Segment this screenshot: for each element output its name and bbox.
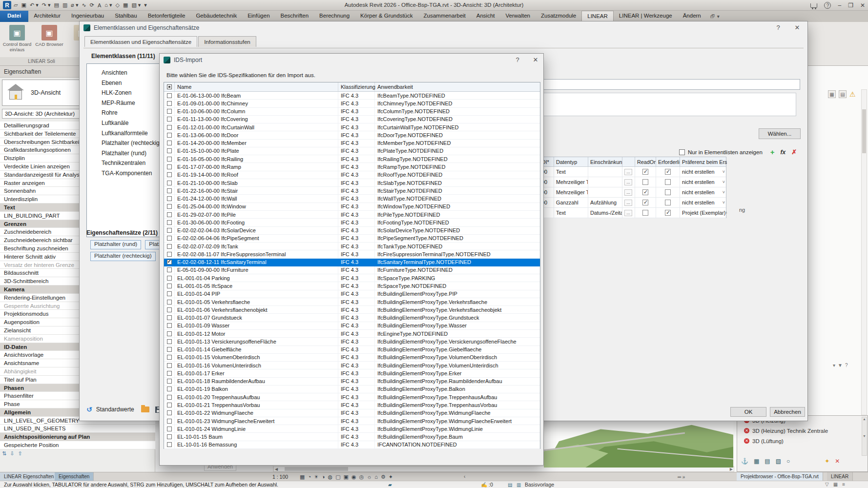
qat-icon[interactable]: ▾ [144,2,147,8]
row-checkbox[interactable] [167,442,172,447]
ribbon-tab[interactable]: Verwalten [500,11,536,22]
row-checkbox[interactable] [167,188,172,193]
chevron-down-icon[interactable]: ˅ [723,180,725,184]
qat-icon[interactable]: ▱ [14,2,18,8]
table-row[interactable]: EL-010-01-18 RaumbildenderAufbau IFC 4.3… [164,378,540,386]
dialog-help-button[interactable]: ? [773,24,783,31]
row-checkbox[interactable] [167,228,172,233]
ribbon-tab[interactable]: LINEAR | Werkzeuge [614,11,678,22]
chevron-down-icon[interactable]: ˅ [723,200,725,205]
table-row[interactable]: E-05-01-09-00-00 IfcFurniture IFC 4.3 If… [164,266,540,274]
row-checkbox[interactable] [167,331,172,336]
viewport-list-icon[interactable]: ▤ [839,90,847,98]
table-row[interactable]: E-01-19-14-00-00 IfcRoof IFC 4.3 IfcRoof… [164,171,540,179]
row-checkbox[interactable] [167,307,172,312]
ribbon-tab[interactable]: Zusammenarbeit [418,11,471,22]
view-control-icon[interactable]: ⚙ [381,474,386,480]
qat-icon[interactable]: ⌀ ▾ [71,2,78,8]
worksets-icon[interactable]: ▤ [508,482,512,488]
row-checkbox[interactable] [167,236,172,241]
row-checkbox[interactable] [167,101,172,106]
open-folder-icon[interactable] [141,407,149,412]
required-checkbox[interactable] [665,210,671,216]
table-row[interactable]: EL-010-01-24 WidmungLinie IFC 4.3 IfcBui… [164,425,540,433]
row-checkbox[interactable] [167,410,172,415]
sort-az-icon[interactable]: ⇅ [2,450,6,457]
table-row[interactable]: E-01-17-07-00-00 IfcRamp IFC 4.3 IfcRamp… [164,163,540,171]
column-name[interactable]: Name [175,82,338,91]
layers-icon[interactable]: ▧ [776,458,781,465]
scroll-glyphs[interactable]: ═ » [678,472,685,481]
table-row[interactable]: E-01-09-01-00-00 IfcChimney IFC 4.3 IfcC… [164,100,540,107]
table-row[interactable]: E-01-22-16-00-00 IfcStair IFC 4.3 IfcSta… [164,187,540,195]
search-icon[interactable]: ○ [786,458,790,465]
table-row[interactable]: E-01-06-13-00-00 IfcBeam IFC 4.3 IfcBeam… [164,92,540,100]
row-checkbox[interactable] [167,117,172,122]
grid-icon[interactable]: ▦ [754,458,759,465]
anchor-icon[interactable]: ⚓ [741,458,748,465]
view-control-icon[interactable]: ⌂ [374,474,378,480]
row-checkbox[interactable] [167,157,172,162]
ellipsis-button[interactable]: ... [624,169,632,175]
table-row[interactable]: EL-010-01-16 VolumenUnterirdisch IFC 4.3… [164,362,540,369]
view-control-icon[interactable]: ▦ [300,474,305,480]
property-row[interactable]: LIN_USED_IN_SHEETS [0,425,155,433]
row-checkbox[interactable] [167,196,172,201]
row-checkbox[interactable] [167,371,172,376]
view-scale[interactable]: 1 : 100 [272,472,288,481]
row-checkbox[interactable] [167,403,172,407]
row-checkbox[interactable] [167,284,172,288]
view-control-icon[interactable]: ▣ [344,474,349,480]
row-checkbox[interactable] [167,347,172,352]
table-row[interactable]: E-02-02-06-04-06 IfcPipeSegment IFC 4.3 … [164,235,540,243]
table-row[interactable]: E-01-30-06-00-00 IfcFooting IFC 4.3 IfcF… [164,219,540,226]
row-checkbox[interactable] [167,386,172,391]
table-row[interactable]: E-01-11-13-00-00 IfcCovering IFC 4.3 Ifc… [164,116,540,123]
readonly-checkbox[interactable] [642,179,648,185]
view-control-icon[interactable]: ◉ [351,474,356,480]
help-small-icon[interactable]: ? [845,363,848,368]
table-row[interactable]: E-01-29-02-07-00 IfcPile IFC 4.3 IfcPile… [164,211,540,219]
dialog-titlebar[interactable]: IDS-Import [160,54,543,66]
ribbon-tab[interactable]: Architektur [28,11,66,22]
row-checkbox[interactable] [167,434,172,439]
dialog-close-button[interactable]: ✕ [792,24,802,31]
table-row[interactable]: 300 Mehrzeiliger Text ... nicht erstelle… [537,177,726,187]
row-checkbox[interactable] [167,323,172,328]
filter-funnel-icon[interactable]: ▽ [825,482,829,487]
table-row[interactable]: EL-001-01-04 Parking IFC 4.3 IfcSpaceTyp… [164,274,540,282]
dialog-tab[interactable]: Elementklassen und Eigenschaftensätze [84,36,197,47]
formula-icon[interactable]: fx [781,149,786,156]
cad-browser-button[interactable]: ▣ CAD Browser [34,25,64,47]
qat-icon[interactable]: ▣ [21,2,26,8]
browser-item[interactable]: ✕ 3D (Heizung) Technik Zentrale [744,427,828,435]
row-checkbox[interactable] [167,339,172,344]
qat-icon[interactable]: ▥ [62,2,67,8]
qat-icon[interactable]: ▧ ▾ [131,2,141,8]
tab-eigenschaften[interactable]: Eigenschaften [55,472,94,481]
row-checkbox[interactable] [167,379,172,384]
row-checkbox[interactable] [167,419,172,424]
chevron-down-icon[interactable]: ˅ [723,190,725,195]
chevron-down-icon[interactable]: ˅ [725,210,727,215]
ribbon-tab[interactable]: Einfügen [242,11,275,22]
row-checkbox[interactable] [167,212,172,217]
dialog-tab[interactable]: Informationsstufen [198,36,256,47]
view-control-icon[interactable]: ◎ [359,474,364,480]
row-checkbox[interactable] [167,220,172,225]
property-set-chip[interactable]: Platzhalter (rund) [90,240,141,249]
required-checkbox[interactable] [665,189,671,195]
qat-icon[interactable]: ∿ [82,2,86,8]
row-checkbox[interactable] [167,252,172,257]
row-checkbox[interactable] [167,363,172,368]
column-anwendbarkeit[interactable]: Anwendbarkeit [375,82,540,91]
table-row[interactable]: E-01-15-10-00-00 IfcPlate IFC 4.3 IfcPla… [164,147,540,155]
table-row[interactable]: EL-010-01-05 Verkehrsflaeche IFC 4.3 Ifc… [164,298,540,306]
ribbon-tab[interactable]: Körper & Grundstück [355,11,418,22]
ellipsis-button[interactable]: ... [624,189,632,196]
table-row[interactable]: EL-010-01-07 Grundstueck IFC 4.3 IfcBuil… [164,314,540,322]
dialog-help-button[interactable]: ? [513,56,522,63]
modify-panel-icon[interactable]: 🗗 [710,14,715,19]
table-row[interactable]: EL-010-01-09 Wasser IFC 4.3 IfcBuildingE… [164,322,540,330]
table-row[interactable]: E-02-02-08-11-07 IfcFireSuppressionTermi… [164,250,540,258]
